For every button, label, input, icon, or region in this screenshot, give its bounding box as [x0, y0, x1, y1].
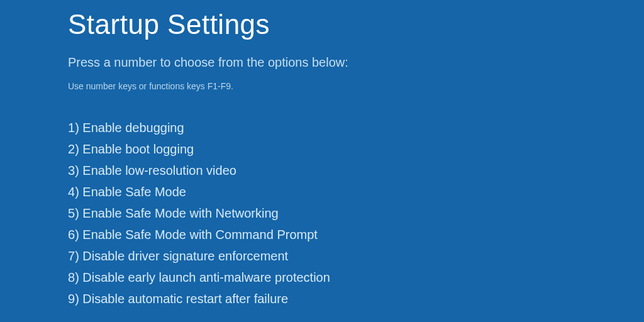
option-label: Enable Safe Mode with Command Prompt	[82, 228, 318, 242]
option-number: 8	[68, 270, 75, 284]
option-number: 6	[68, 228, 75, 242]
list-item[interactable]: 1) Enable debugging	[68, 118, 644, 138]
list-item[interactable]: 6) Enable Safe Mode with Command Prompt	[68, 225, 644, 245]
option-label: Disable driver signature enforcement	[82, 249, 288, 263]
hint-text: Use number keys or functions keys F1-F9.	[68, 81, 644, 91]
option-label: Enable Safe Mode with Networking	[82, 206, 278, 220]
list-item[interactable]: 5) Enable Safe Mode with Networking	[68, 203, 644, 223]
option-number: 5	[68, 206, 75, 220]
option-number: 1	[68, 121, 75, 135]
list-item[interactable]: 2) Enable boot logging	[68, 139, 644, 159]
instruction-text: Press a number to choose from the option…	[68, 55, 644, 70]
option-number: 3	[68, 164, 75, 177]
option-label: Enable Safe Mode	[82, 185, 186, 199]
option-number: 2	[68, 142, 75, 156]
option-label: Enable low-resolution video	[82, 164, 236, 177]
list-item[interactable]: 8) Disable early launch anti-malware pro…	[68, 267, 644, 287]
option-number: 9	[68, 292, 75, 306]
option-number: 4	[68, 185, 75, 199]
list-item[interactable]: 9) Disable automatic restart after failu…	[68, 289, 644, 309]
list-item[interactable]: 7) Disable driver signature enforcement	[68, 246, 644, 266]
page-title: Startup Settings	[68, 9, 644, 40]
option-label: Disable automatic restart after failure	[82, 292, 288, 306]
option-number: 7	[68, 249, 75, 263]
list-item[interactable]: 3) Enable low-resolution video	[68, 160, 644, 180]
option-label: Disable early launch anti-malware protec…	[82, 270, 330, 284]
list-item[interactable]: 4) Enable Safe Mode	[68, 182, 644, 202]
option-label: Enable debugging	[82, 121, 184, 135]
option-label: Enable boot logging	[82, 142, 194, 156]
startup-options-list: 1) Enable debugging 2) Enable boot loggi…	[68, 118, 644, 309]
